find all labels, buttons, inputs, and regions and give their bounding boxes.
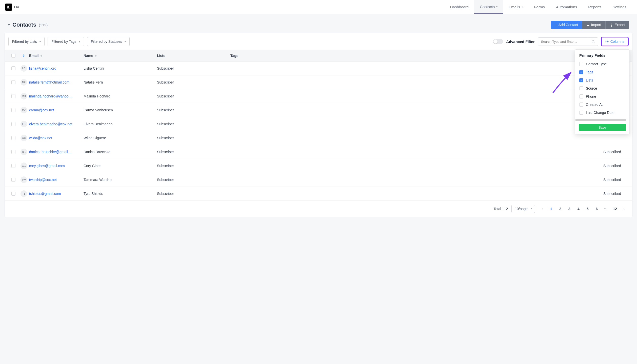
header-name[interactable]: Name ▲▼: [84, 54, 157, 58]
nav-forms[interactable]: Forms: [528, 0, 550, 14]
sort-column[interactable]: ▲▼: [18, 54, 29, 58]
nav-dashboard[interactable]: Dashboard: [445, 0, 474, 14]
column-option[interactable]: Contact Type: [575, 60, 629, 68]
checkbox[interactable]: [579, 111, 583, 115]
row-checkbox[interactable]: [11, 150, 15, 154]
download-icon: ⭳: [610, 23, 613, 27]
table-row: EB elvera.benimadho@cox.net Elvera Benim…: [5, 117, 632, 131]
nav-emails[interactable]: Emails▾: [503, 0, 528, 14]
nav-reports[interactable]: Reports: [583, 0, 607, 14]
contact-name: Lisha Centini: [84, 66, 104, 70]
save-button[interactable]: Save: [579, 124, 626, 131]
page-4[interactable]: 4: [575, 205, 582, 212]
avatar: DB: [21, 149, 27, 155]
chevron-down-icon: ▾: [79, 40, 80, 43]
add-contact-button[interactable]: + Add Contact: [551, 21, 582, 29]
column-option[interactable]: ✓Tags: [575, 68, 629, 76]
chevron-down-icon[interactable]: ▾: [8, 23, 10, 27]
search-button[interactable]: [589, 38, 598, 46]
advanced-filter-toggle[interactable]: [493, 39, 503, 44]
email-link[interactable]: natalie.fern@hotmail.com: [29, 80, 69, 84]
next-page-button[interactable]: ›: [621, 205, 628, 212]
email-link[interactable]: tshields@gmail.com: [29, 192, 61, 196]
page-1[interactable]: 1: [548, 205, 555, 212]
page-12[interactable]: 12: [611, 205, 619, 212]
table-row: NF natalie.fern@hotmail.com Natalie Fern…: [5, 75, 632, 89]
contact-name: Elvera Benimadho: [84, 122, 112, 126]
contact-name: Tyra Shields: [84, 192, 103, 196]
table-row: TW twardrip@cox.net Tammara Wardrip Subs…: [5, 173, 632, 187]
contact-name: Danica Bruschke: [84, 150, 110, 154]
checkbox[interactable]: [579, 103, 583, 107]
contact-status: Subscribed: [311, 164, 629, 168]
column-option[interactable]: Phone: [575, 92, 629, 100]
contact-lists: Subscriber: [157, 66, 174, 70]
export-button[interactable]: ⭳ Export: [606, 21, 629, 29]
total-label: Total 112: [494, 207, 508, 211]
email-link[interactable]: carma@cox.net: [29, 108, 54, 112]
page-size-select[interactable]: 10/page: [511, 205, 535, 213]
page-5[interactable]: 5: [584, 205, 591, 212]
row-checkbox[interactable]: [11, 94, 15, 98]
column-option[interactable]: Source: [575, 84, 629, 92]
checkbox[interactable]: ✓: [579, 78, 583, 82]
select-all-checkbox[interactable]: [11, 54, 15, 58]
nav-automations[interactable]: Automations: [550, 0, 583, 14]
email-link[interactable]: cory.gibes@gmail.com: [29, 164, 65, 168]
page-ellipsis[interactable]: ···: [602, 205, 609, 212]
email-link[interactable]: wilda@cox.net: [29, 136, 52, 140]
checkbox[interactable]: [579, 94, 583, 98]
avatar: CG: [21, 163, 27, 169]
sort-icon: ▲▼: [95, 54, 97, 57]
contact-name: Tammara Wardrip: [84, 178, 112, 182]
table-row: MH malinda.hochard@yahoo.... Malinda Hoc…: [5, 89, 632, 103]
avatar: LC: [21, 65, 27, 72]
checkbox[interactable]: ✓: [579, 70, 583, 74]
chevron-down-icon: ▾: [496, 5, 497, 8]
header-email[interactable]: Email ▲▼: [29, 54, 84, 58]
search-input[interactable]: [538, 38, 589, 46]
filter-tags-button[interactable]: Filtered by Tags ▾: [48, 37, 84, 46]
email-link[interactable]: lisha@centini.org: [29, 66, 56, 70]
row-checkbox[interactable]: [11, 192, 15, 196]
row-checkbox[interactable]: [11, 178, 15, 182]
avatar: TW: [21, 176, 27, 183]
row-checkbox[interactable]: [11, 164, 15, 168]
page-2[interactable]: 2: [557, 205, 564, 212]
email-link[interactable]: danica_bruschke@gmail....: [29, 150, 72, 154]
logo-icon: [5, 4, 12, 11]
contacts-card: Filtered by Lists ▾ Filtered by Tags ▾ F…: [5, 33, 632, 217]
logo[interactable]: Pro: [5, 4, 19, 11]
top-nav: Pro DashboardContacts▾Emails▾FormsAutoma…: [0, 0, 637, 14]
column-option[interactable]: Last Change Date: [575, 109, 629, 117]
row-checkbox[interactable]: [11, 136, 15, 140]
chevron-down-icon: ▾: [125, 40, 126, 43]
email-link[interactable]: malinda.hochard@yahoo....: [29, 94, 72, 98]
page-3[interactable]: 3: [566, 205, 573, 212]
columns-button[interactable]: Columns: [601, 37, 629, 46]
prev-page-button[interactable]: ‹: [539, 205, 546, 212]
page-6[interactable]: 6: [593, 205, 600, 212]
advanced-filter-label: Advanced Filter: [506, 39, 535, 44]
row-checkbox[interactable]: [11, 122, 15, 126]
sort-icon: ▲▼: [40, 54, 42, 57]
checkbox[interactable]: [579, 86, 583, 90]
contact-lists: Subscriber: [157, 192, 174, 196]
email-link[interactable]: twardrip@cox.net: [29, 178, 57, 182]
nav-contacts[interactable]: Contacts▾: [474, 0, 503, 14]
row-checkbox[interactable]: [11, 108, 15, 112]
filter-statuses-button[interactable]: Filtered by Statuses ▾: [87, 37, 130, 46]
scrollbar[interactable]: [575, 119, 626, 121]
checkbox[interactable]: [579, 62, 583, 66]
row-checkbox[interactable]: [11, 66, 15, 70]
column-option[interactable]: ✓Lists: [575, 76, 629, 84]
table-row: DB danica_bruschke@gmail.... Danica Brus…: [5, 145, 632, 159]
filter-lists-button[interactable]: Filtered by Lists ▾: [8, 37, 45, 46]
row-checkbox[interactable]: [11, 80, 15, 84]
column-option[interactable]: Created At: [575, 100, 629, 109]
email-link[interactable]: elvera.benimadho@cox.net: [29, 122, 72, 126]
import-button[interactable]: ☁ Import: [582, 21, 606, 29]
nav-settings[interactable]: Settings: [607, 0, 632, 14]
page-count: (112): [39, 23, 48, 27]
contact-lists: Subscriber: [157, 94, 174, 98]
